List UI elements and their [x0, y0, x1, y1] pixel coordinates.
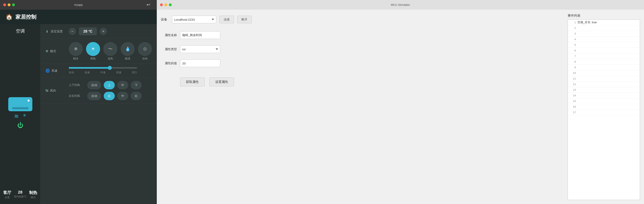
app-title: 家居控制 [16, 13, 36, 20]
event-row-number: 14 [570, 94, 576, 97]
wind-speed-track[interactable] [69, 67, 137, 69]
events-list[interactable]: 1空调_开关: true234567891011121314151617 [568, 19, 640, 200]
home-icon: 🏠 [6, 14, 13, 20]
app-header: 🏠 家居控制 [0, 10, 157, 24]
mode-item-cool: ❄ 制冷 [69, 42, 83, 60]
maximize-button-left[interactable] [12, 3, 15, 6]
mcu-body: 设备 Localhost:2233 连接 断开 属性名称 属性类型 int st… [157, 10, 644, 204]
ac-controls: 🌡 设定温度 − 28 °C + ❄ [40, 24, 157, 204]
event-row-number: 2 [570, 26, 576, 29]
wind-speed-row: 🌀 风速 自动 低速 中速 高速 强力 [46, 67, 152, 74]
temp-decrease-button[interactable]: − [69, 28, 76, 35]
events-header: 事件列表 [568, 14, 640, 18]
ac-label: 空调 [16, 28, 25, 34]
back-button[interactable]: ↩ [145, 1, 152, 8]
direction-icon: ⇆ [46, 88, 48, 93]
mode-item-dry: 💧 除湿 [120, 42, 135, 60]
right-mcu-panel: MCU Simulator 设备 Localhost:2233 连接 断开 属性… [157, 0, 644, 204]
action-buttons-row: 获取属性 设置属性 [161, 77, 564, 86]
lr-right-button[interactable]: 右 [131, 92, 142, 100]
get-property-button[interactable]: 获取属性 [180, 77, 204, 86]
lr-mid-button[interactable]: 中 [117, 92, 128, 100]
mode-heat-button[interactable]: ☀ [86, 42, 100, 56]
mode-section: ❄ 模式 ❄ 制冷 ☀ 制热 〜 [40, 39, 157, 64]
device-label: 设备 [161, 17, 169, 22]
mode-label-text: 模式 [50, 49, 56, 53]
wind-speed-strong: 强力 [132, 71, 137, 74]
device-select[interactable]: Localhost:2233 [172, 16, 216, 23]
ac-sidebar: 空调 ≋ ✳ ⏻ 客厅 位置 [0, 24, 40, 204]
property-value-input[interactable] [180, 59, 220, 67]
up-down-mid-button[interactable]: 中 [117, 81, 128, 89]
wind-speed-thumb[interactable] [108, 66, 112, 70]
up-down-up-button[interactable]: 上 [104, 81, 115, 89]
maximize-button-right[interactable] [169, 3, 172, 6]
wind-direction-row: ⇆ 风向 上下扫风 自动 上 中 下 [46, 81, 152, 100]
close-button-left[interactable] [3, 3, 6, 6]
mode-heat-label: 制热 [90, 57, 96, 60]
ac-unit-vent [12, 107, 28, 109]
ac-info-temp: 28 室内温度/℃ [14, 190, 26, 199]
sweep-controls: 上下扫风 自动 上 中 下 左右扫风 自动 左 中 右 [69, 81, 142, 100]
minimize-button-left[interactable] [8, 3, 10, 6]
wind-speed-label-text: 风速 [52, 69, 58, 73]
property-type-select[interactable]: int string bool float [180, 45, 220, 53]
mode-auto-button[interactable]: ⊙ [138, 42, 152, 56]
event-row-number: 10 [570, 71, 576, 74]
wind-speed-low: 低速 [84, 71, 90, 74]
temperature-label: 🌡 设定温度 [46, 29, 66, 33]
ac-info-mode: 制热 模式 [29, 190, 37, 199]
lr-auto-button[interactable]: 自动 [87, 92, 101, 100]
event-row: 6 [568, 48, 640, 53]
event-row: 11 [568, 76, 640, 81]
event-row-number: 8 [570, 60, 576, 63]
close-button-right[interactable] [160, 3, 163, 6]
event-row: 1空调_开关: true [568, 20, 640, 25]
set-property-button[interactable]: 设置属性 [210, 77, 234, 86]
event-row-number: 7 [570, 55, 576, 58]
wind-speed-fill [69, 67, 110, 69]
up-down-down-button[interactable]: 下 [131, 81, 142, 89]
temp-increase-button[interactable]: + [100, 28, 107, 35]
traffic-lights-left [3, 3, 15, 6]
ac-unit-indicator [28, 100, 30, 102]
wind-speed-slider-wrap: 自动 低速 中速 高速 强力 [69, 67, 152, 74]
connect-button[interactable]: 连接 [220, 16, 234, 23]
mode-dry-button[interactable]: 💧 [120, 42, 135, 56]
mode-item-auto: ⊙ 自动 [138, 42, 152, 60]
ac-power-icon: ⏻ [17, 122, 23, 129]
wind-speed-label: 🌀 风速 [46, 68, 66, 73]
mode-row: ❄ 模式 ❄ 制冷 ☀ 制热 〜 [46, 42, 152, 60]
event-row: 9 [568, 65, 640, 70]
ac-snowflake-icon: ✳ [23, 113, 26, 119]
mode-cool-label: 制冷 [73, 57, 78, 60]
mode-label: ❄ 模式 [46, 49, 66, 53]
temperature-controls: − 28 °C + [69, 27, 107, 35]
mode-item-heat: ☀ 制热 [86, 42, 100, 60]
device-row: 设备 Localhost:2233 连接 断开 [161, 16, 564, 23]
property-type-label: 属性类型 [161, 47, 177, 51]
event-row-text: 空调_开关: true [578, 21, 638, 24]
event-row: 16 [568, 104, 640, 110]
event-row: 14 [568, 93, 640, 98]
app-content: 空调 ≋ ✳ ⏻ 客厅 位置 [0, 24, 157, 204]
window-title-right: MCU Simulator [391, 3, 410, 6]
mode-fan-button[interactable]: 〜 [103, 42, 118, 56]
lr-left-button[interactable]: 左 [104, 92, 115, 100]
mode-cool-button[interactable]: ❄ [69, 42, 83, 56]
property-name-input[interactable] [180, 31, 220, 39]
left-right-sweep-label: 左右扫风 [69, 94, 85, 98]
wind-speed-labels: 自动 低速 中速 高速 强力 [69, 71, 137, 74]
temperature-display: 28 °C [79, 27, 97, 35]
disconnect-button[interactable]: 断开 [237, 16, 252, 23]
event-row: 2 [568, 25, 640, 31]
property-name-row: 属性名称 [161, 31, 564, 39]
minimize-button-right[interactable] [164, 3, 167, 6]
ac-unit-body [8, 97, 32, 111]
ac-illustration: ≋ ✳ ⏻ [4, 97, 36, 129]
property-value-row: 属性的值 [161, 59, 564, 67]
up-down-auto-button[interactable]: 自动 [87, 81, 101, 89]
wind-direction-label-text: 风向 [50, 89, 56, 93]
ac-mode-value: 制热 [29, 190, 37, 195]
event-row-number: 13 [570, 88, 576, 91]
